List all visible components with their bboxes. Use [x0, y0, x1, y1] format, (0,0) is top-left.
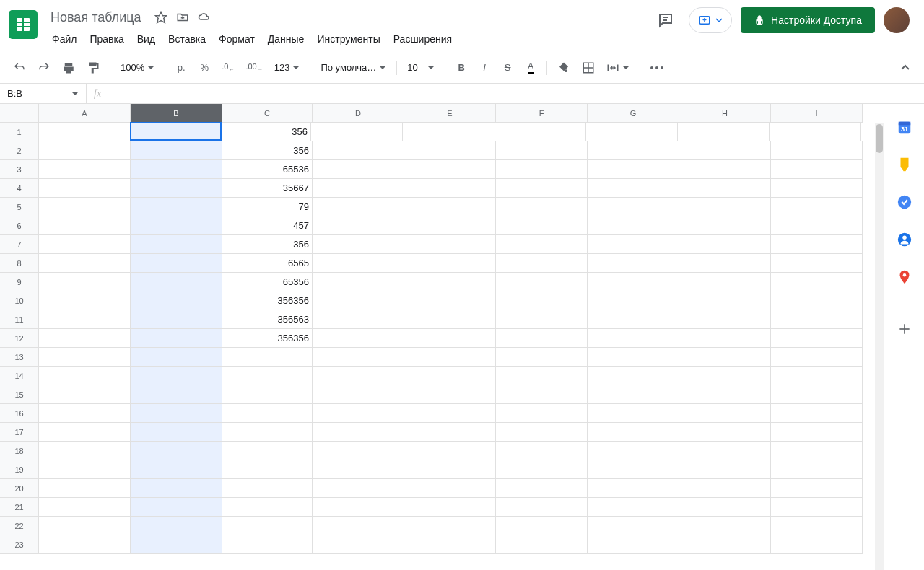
cell[interactable]: 356 — [221, 123, 311, 141]
cell[interactable] — [679, 479, 771, 498]
cell[interactable] — [496, 160, 588, 179]
cell[interactable] — [588, 310, 679, 329]
cell[interactable] — [313, 385, 404, 404]
spreadsheet-grid[interactable]: ABCDEFGHI 123456789101112131415161718192… — [0, 104, 884, 570]
row-header[interactable]: 10 — [0, 291, 39, 310]
cell[interactable] — [588, 179, 679, 198]
cell[interactable] — [131, 498, 222, 517]
cell[interactable] — [39, 367, 131, 385]
cell[interactable] — [130, 122, 222, 141]
cell[interactable] — [131, 235, 222, 254]
row-header[interactable]: 20 — [0, 479, 39, 498]
cell[interactable] — [588, 385, 679, 404]
strikethrough-button[interactable]: S — [497, 58, 518, 78]
row-header[interactable]: 11 — [0, 310, 39, 329]
cell[interactable] — [588, 254, 679, 273]
cell[interactable] — [679, 535, 771, 554]
cell[interactable] — [131, 310, 222, 329]
cell[interactable] — [771, 460, 863, 479]
cell[interactable] — [588, 535, 679, 554]
column-header-D[interactable]: D — [313, 104, 404, 123]
cell[interactable] — [313, 479, 404, 498]
cell[interactable] — [679, 179, 771, 198]
cell[interactable] — [222, 423, 313, 442]
cell[interactable] — [313, 517, 404, 535]
cell[interactable] — [586, 123, 678, 141]
cell[interactable] — [403, 123, 494, 141]
cell[interactable]: 65356 — [222, 273, 313, 291]
cell[interactable] — [771, 348, 863, 367]
cell[interactable] — [588, 216, 679, 235]
cell[interactable] — [771, 442, 863, 460]
print-button[interactable] — [58, 58, 79, 78]
cell[interactable] — [39, 141, 131, 160]
cell[interactable] — [771, 198, 863, 216]
row-header[interactable]: 12 — [0, 329, 39, 348]
cell[interactable] — [313, 273, 404, 291]
cell[interactable] — [404, 385, 496, 404]
cell[interactable] — [404, 216, 496, 235]
cell[interactable] — [131, 179, 222, 198]
row-header[interactable]: 5 — [0, 198, 39, 216]
row-header[interactable]: 6 — [0, 216, 39, 235]
column-header-A[interactable]: A — [39, 104, 131, 123]
cell[interactable] — [679, 442, 771, 460]
cell[interactable] — [496, 254, 588, 273]
cell[interactable] — [131, 404, 222, 423]
cell[interactable] — [131, 367, 222, 385]
cell[interactable] — [39, 273, 131, 291]
cell[interactable] — [131, 423, 222, 442]
cell[interactable] — [39, 123, 131, 141]
cell[interactable] — [39, 254, 131, 273]
cell[interactable] — [588, 198, 679, 216]
cell[interactable] — [771, 310, 863, 329]
cell[interactable] — [496, 310, 588, 329]
cell[interactable] — [496, 479, 588, 498]
cell[interactable] — [679, 160, 771, 179]
cell[interactable] — [313, 404, 404, 423]
cell[interactable] — [313, 216, 404, 235]
cell[interactable] — [771, 273, 863, 291]
cell[interactable] — [222, 367, 313, 385]
cell[interactable] — [404, 329, 496, 348]
cell[interactable] — [222, 348, 313, 367]
vertical-scrollbar[interactable] — [875, 123, 884, 570]
column-header-H[interactable]: H — [679, 104, 771, 123]
cell[interactable] — [679, 460, 771, 479]
cell[interactable] — [131, 460, 222, 479]
cell[interactable] — [771, 216, 863, 235]
row-header[interactable]: 23 — [0, 535, 39, 554]
row-header[interactable]: 21 — [0, 498, 39, 517]
column-header-F[interactable]: F — [496, 104, 588, 123]
cell[interactable] — [771, 291, 863, 310]
row-header[interactable]: 2 — [0, 141, 39, 160]
menu-extensions[interactable]: Расширения — [388, 30, 458, 48]
cell[interactable] — [222, 479, 313, 498]
move-icon[interactable] — [176, 11, 189, 24]
italic-button[interactable]: I — [474, 58, 494, 78]
cell[interactable] — [496, 535, 588, 554]
cell[interactable] — [404, 498, 496, 517]
cell[interactable] — [39, 460, 131, 479]
cell[interactable] — [404, 291, 496, 310]
collapse-toolbar-button[interactable] — [895, 58, 915, 78]
cell[interactable] — [679, 348, 771, 367]
cell[interactable] — [39, 179, 131, 198]
cell[interactable] — [496, 198, 588, 216]
cell[interactable] — [588, 141, 679, 160]
cell[interactable] — [679, 385, 771, 404]
cell[interactable] — [131, 198, 222, 216]
cell[interactable] — [222, 442, 313, 460]
cell[interactable] — [39, 442, 131, 460]
cell[interactable] — [771, 235, 863, 254]
cell[interactable] — [404, 141, 496, 160]
cell[interactable] — [771, 517, 863, 535]
cell[interactable] — [496, 367, 588, 385]
cell[interactable] — [131, 535, 222, 554]
cell[interactable] — [311, 123, 403, 141]
cell[interactable] — [131, 479, 222, 498]
share-button[interactable]: Настройки Доступа — [741, 7, 875, 33]
column-header-B[interactable]: B — [131, 104, 222, 123]
cell[interactable] — [39, 517, 131, 535]
cell[interactable]: 356 — [222, 235, 313, 254]
